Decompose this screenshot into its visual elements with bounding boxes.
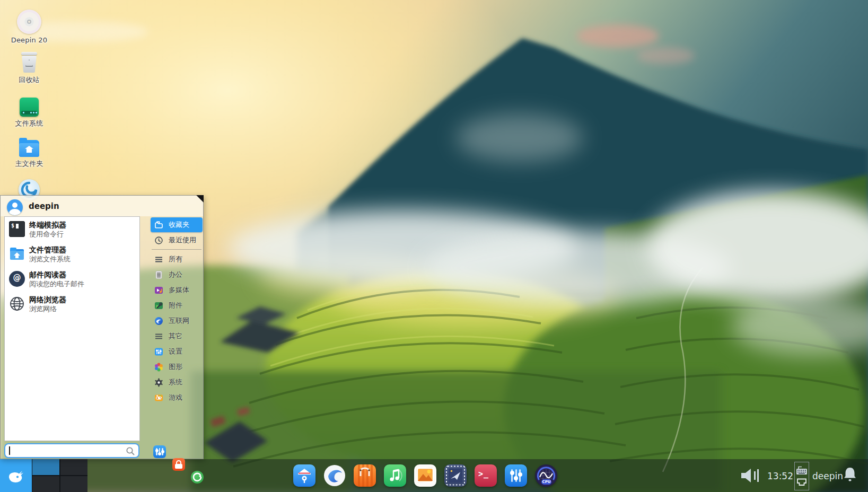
clock-icon — [154, 236, 163, 245]
document-icon — [154, 270, 163, 279]
dock-app-mail[interactable] — [444, 464, 467, 487]
volume-icon[interactable] — [741, 468, 762, 484]
search-input[interactable] — [12, 445, 123, 456]
games-icon — [154, 393, 163, 402]
app-title: 终端模拟器 — [29, 220, 135, 230]
workspace-2[interactable] — [60, 459, 87, 475]
category-divider — [152, 249, 201, 250]
dock-app-terminal[interactable]: >_ — [475, 464, 497, 487]
notification-bell-icon[interactable] — [843, 467, 857, 484]
accessories-icon — [154, 301, 163, 310]
app-store-icon — [354, 464, 376, 487]
green-drive-icon — [20, 98, 39, 117]
window-corner-marker — [196, 195, 204, 203]
launcher-rabbit-icon — [6, 465, 26, 486]
workspace-4[interactable] — [60, 476, 87, 492]
launcher-window: deepin $ 终端模拟器 使用命令行 文件管理器 浏览文件系统 @ — [0, 195, 204, 459]
category-other[interactable]: 其它 — [151, 329, 203, 344]
mail-stamp-icon — [444, 464, 467, 487]
category-recent[interactable]: 最近使用 — [151, 233, 203, 248]
tray-expanded-box[interactable] — [794, 462, 809, 490]
app-item-mail[interactable]: @ 邮件阅读器 阅读您的电子邮件 — [5, 267, 139, 292]
internet-icon — [154, 317, 163, 326]
file-manager-icon — [9, 246, 25, 262]
text-caret — [9, 446, 10, 455]
keyboard-icon[interactable] — [796, 466, 808, 475]
desktop-icon-deepin20[interactable]: Deepin 20 — [0, 10, 58, 44]
dock-app-system-monitor[interactable]: CPU — [535, 464, 557, 487]
file-manager-icon — [293, 464, 315, 487]
app-title: 网络浏览器 — [29, 295, 135, 304]
system-gear-icon — [154, 378, 163, 387]
desktop-icon-label: 文件系统 — [0, 119, 58, 128]
app-subtitle: 浏览网络 — [29, 304, 135, 313]
app-item-file-manager[interactable]: 文件管理器 浏览文件系统 — [5, 242, 139, 267]
favorites-folder-icon — [154, 221, 163, 230]
desktop-icon-filesystem[interactable]: 文件系统 — [0, 98, 58, 128]
launcher-search — [4, 443, 139, 458]
photos-icon — [414, 464, 436, 487]
dock-app-store[interactable] — [354, 464, 376, 487]
category-accessories[interactable]: 附件 — [151, 298, 203, 313]
workspace-switcher — [32, 459, 87, 492]
system-monitor-icon: CPU — [535, 464, 557, 487]
cpu-label: CPU — [541, 479, 551, 485]
app-title: 邮件阅读器 — [29, 270, 135, 279]
category-all[interactable]: 所有 — [151, 252, 203, 267]
search-icon — [126, 446, 135, 458]
user-avatar[interactable] — [7, 199, 23, 215]
category-graphics[interactable]: 图形 — [151, 359, 203, 374]
settings-icon — [154, 347, 163, 356]
graphics-icon — [154, 363, 163, 372]
terminal-icon: $ — [9, 221, 25, 237]
power-icon — [191, 471, 204, 484]
category-office[interactable]: 办公 — [151, 267, 203, 282]
dock-app-file-manager[interactable] — [293, 464, 315, 487]
app-subtitle: 使用命令行 — [29, 230, 135, 239]
category-favorites[interactable]: 收藏夹 — [151, 217, 203, 232]
cd-disc-icon — [17, 10, 41, 34]
ethernet-icon[interactable] — [796, 478, 807, 486]
app-subtitle: 浏览文件系统 — [29, 254, 135, 263]
launcher-mode-toggle-button[interactable] — [153, 445, 166, 458]
browser-icon — [323, 464, 346, 487]
category-system[interactable]: 系统 — [151, 375, 203, 390]
desktop-icon-label: 主文件夹 — [0, 159, 58, 169]
app-item-terminal[interactable]: $ 终端模拟器 使用命令行 — [5, 217, 139, 242]
desktop-icon-label: Deepin 20 — [0, 36, 58, 44]
category-internet[interactable]: 互联网 — [151, 313, 203, 328]
launcher-categories: 收藏夹 最近使用 所有 办公 多媒体 附件 — [151, 217, 203, 406]
desktop-icon-label: 回收站 — [0, 75, 58, 85]
mail-at-icon: @ — [9, 271, 25, 287]
list-icon — [154, 255, 163, 264]
home-folder-icon — [19, 140, 39, 157]
dock-app-control-center[interactable] — [505, 464, 527, 487]
category-settings[interactable]: 设置 — [151, 344, 203, 359]
clock-time[interactable]: 13:52 — [767, 471, 793, 481]
multimedia-icon — [154, 286, 163, 295]
user-name: deepin — [29, 201, 59, 211]
app-title: 文件管理器 — [29, 245, 135, 254]
workspace-1[interactable] — [32, 459, 59, 475]
lock-button[interactable] — [172, 458, 185, 471]
dock-app-browser[interactable] — [323, 464, 346, 487]
launcher-app-list: $ 终端模拟器 使用命令行 文件管理器 浏览文件系统 @ 邮件阅读器 阅读您的电… — [4, 216, 140, 441]
music-icon — [384, 464, 406, 487]
shutdown-button[interactable] — [191, 471, 204, 484]
dock-app-music[interactable] — [384, 464, 406, 487]
globe-icon — [9, 296, 25, 312]
desktop-icon-home[interactable]: 主文件夹 — [0, 140, 58, 169]
tray-user-label: deepin — [812, 471, 843, 481]
category-multimedia[interactable]: 多媒体 — [151, 283, 203, 297]
other-list-icon — [154, 332, 163, 341]
desktop-icon-trash[interactable]: 回收站 — [0, 52, 58, 85]
app-subtitle: 阅读您的电子邮件 — [29, 279, 135, 288]
terminal-icon: >_ — [475, 464, 497, 487]
category-games[interactable]: 游戏 — [151, 390, 203, 405]
control-center-icon — [505, 464, 527, 487]
workspace-3[interactable] — [32, 476, 59, 492]
dock-app-photos[interactable] — [414, 464, 436, 487]
trash-icon — [20, 52, 38, 73]
app-item-browser[interactable]: 网络浏览器 浏览网络 — [5, 292, 139, 317]
dock-launcher-button[interactable] — [0, 459, 32, 492]
